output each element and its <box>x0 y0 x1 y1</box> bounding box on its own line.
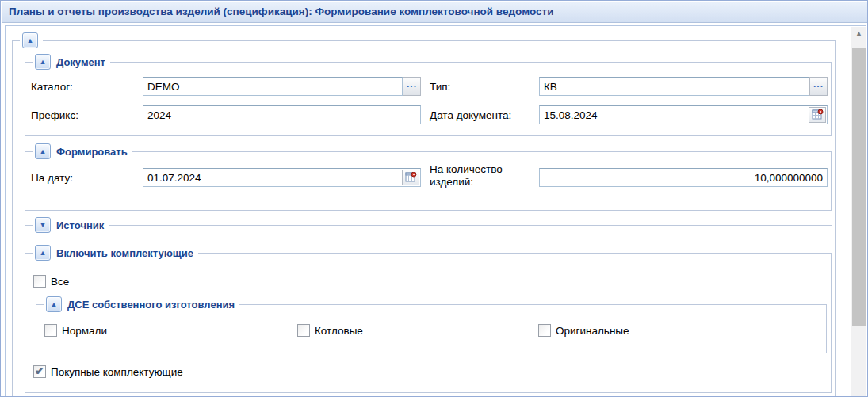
on-date-label: На дату: <box>31 172 73 184</box>
prefix-label: Префикс: <box>31 109 78 121</box>
calendar-icon <box>812 109 824 120</box>
generate-group-header: ▲ Формировать <box>33 143 132 160</box>
collapse-arrow-icon[interactable]: ▲ <box>22 32 38 48</box>
on-date-calendar-button[interactable] <box>402 170 419 185</box>
original-checkbox-label[interactable]: Оригинальные <box>556 325 629 337</box>
boiler-checkbox-label[interactable]: Котловые <box>315 325 363 337</box>
calendar-icon <box>405 172 417 183</box>
purchased-checkbox[interactable]: ✔ <box>33 365 46 378</box>
checkmark-icon: ✔ <box>35 365 44 377</box>
expand-arrow-icon[interactable]: ▼ <box>35 217 51 233</box>
on-date-input[interactable] <box>143 168 421 187</box>
include-group-label: Включить комплектующие <box>56 247 193 259</box>
purchased-checkbox-label[interactable]: Покупные комплектующие <box>51 366 183 378</box>
page-title: Планы и отчеты производства изделий (спе… <box>9 2 553 22</box>
outer-group-header: ▲ <box>20 32 43 49</box>
scroll-up-arrow-icon[interactable]: ▲ <box>851 27 866 40</box>
title-bar: Планы и отчеты производства изделий (спе… <box>2 2 867 23</box>
scrollbar-thumb[interactable] <box>852 48 866 326</box>
normals-checkbox[interactable]: ✔ <box>44 324 57 337</box>
document-date-input[interactable] <box>539 105 828 124</box>
type-browse-button[interactable]: ... <box>809 77 828 96</box>
document-group-box <box>25 62 832 136</box>
own-made-group-header: ▲ ДСЕ собственного изготовления <box>44 296 239 313</box>
boiler-checkbox[interactable]: ✔ <box>297 324 310 337</box>
all-checkbox[interactable]: ✔ <box>33 275 46 288</box>
type-label: Тип: <box>430 81 450 93</box>
source-group-label: Источник <box>56 219 104 231</box>
document-group-header: ▲ Документ <box>33 53 110 71</box>
all-checkbox-label[interactable]: Все <box>51 276 69 288</box>
include-group-header: ▲ Включить комплектующие <box>33 244 198 261</box>
catalog-label: Каталог: <box>31 81 73 93</box>
quantity-input[interactable] <box>539 168 828 187</box>
vertical-scrollbar[interactable]: ▲ <box>851 27 866 397</box>
original-checkbox[interactable]: ✔ <box>538 324 551 337</box>
collapse-arrow-icon[interactable]: ▲ <box>46 296 62 312</box>
document-date-label: Дата документа: <box>430 109 511 121</box>
normals-checkbox-label[interactable]: Нормали <box>62 325 107 337</box>
app-window: Планы и отчеты производства изделий (спе… <box>0 0 868 397</box>
type-input[interactable] <box>539 77 809 96</box>
source-group-header: ▼ Источник <box>33 216 109 234</box>
document-group-label: Документ <box>56 56 105 68</box>
collapse-arrow-icon[interactable]: ▲ <box>35 54 51 70</box>
source-group-line <box>25 225 832 226</box>
catalog-input[interactable] <box>143 77 403 96</box>
generate-group-label: Формировать <box>56 146 128 158</box>
own-made-group-label: ДСЕ собственного изготовления <box>67 299 235 311</box>
collapse-arrow-icon[interactable]: ▲ <box>35 245 51 261</box>
quantity-label: На количество изделий: <box>430 163 534 189</box>
collapse-arrow-icon[interactable]: ▲ <box>35 143 51 159</box>
document-date-calendar-button[interactable] <box>809 107 826 123</box>
catalog-browse-button[interactable]: ... <box>403 77 421 96</box>
prefix-input[interactable] <box>143 105 421 124</box>
